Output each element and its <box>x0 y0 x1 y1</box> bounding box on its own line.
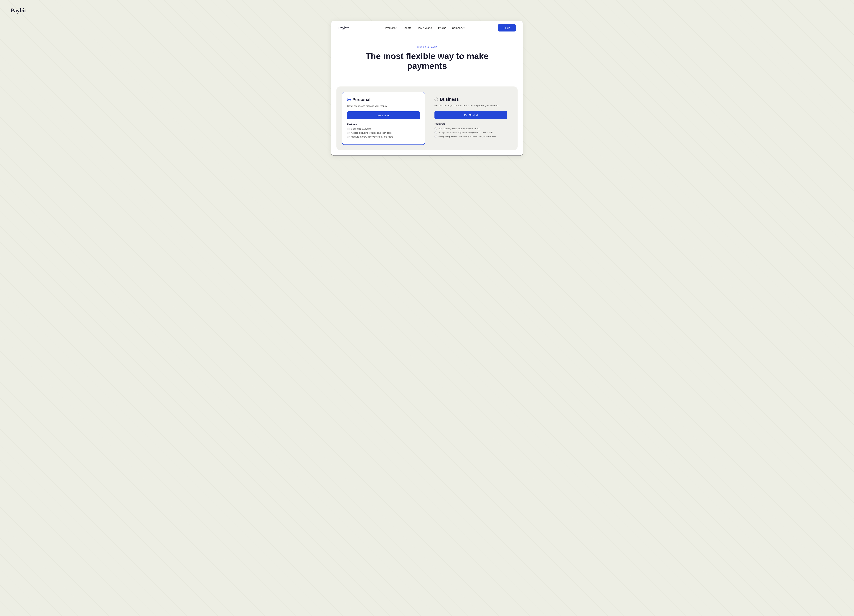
feature-dot-icon <box>435 127 437 130</box>
login-button[interactable]: Login <box>498 24 516 32</box>
business-card-description: Get paid online, in store, or on the go.… <box>435 104 507 107</box>
business-get-started-button[interactable]: Get Started <box>435 111 507 119</box>
personal-feature-2: Access exclusive rewards and cash back <box>347 132 420 134</box>
nav-benefit[interactable]: Benefit <box>403 26 411 29</box>
personal-card[interactable]: Personal Send, spend, and manage your mo… <box>342 92 425 145</box>
chevron-down-icon-company: ▾ <box>464 27 465 29</box>
chevron-down-icon: ▾ <box>396 27 397 29</box>
business-card[interactable]: Business Get paid online, in store, or o… <box>430 92 512 145</box>
personal-radio-icon[interactable] <box>347 98 351 101</box>
feature-dot-icon <box>435 135 437 138</box>
business-card-header: Business <box>435 97 507 102</box>
nav-products[interactable]: Products ▾ <box>385 26 397 29</box>
business-feature-3-text: Easily integrate with the tools you use … <box>438 135 496 138</box>
business-feature-3: Easily integrate with the tools you use … <box>435 135 507 138</box>
hero-title: The most flexible way to make payments <box>365 51 489 71</box>
browser-window: Paybit Products ▾ Benefit How it Works P… <box>331 21 523 156</box>
business-radio-icon[interactable] <box>435 98 438 101</box>
nav-company[interactable]: Company ▾ <box>452 26 465 29</box>
hero-subtitle: Sign up to Paybit <box>338 46 516 49</box>
personal-features-label: Features: <box>347 123 420 126</box>
nav-how-it-works-label: How it Works <box>417 26 433 29</box>
personal-card-description: Send, spend, and manage your money. <box>347 104 420 108</box>
personal-feature-2-text: Access exclusive rewards and cash back <box>351 132 392 134</box>
navbar: Paybit Products ▾ Benefit How it Works P… <box>331 21 523 35</box>
business-feature-2: Accept more forms of payment so you don'… <box>435 131 507 134</box>
nav-benefit-label: Benefit <box>403 26 411 29</box>
personal-get-started-button[interactable]: Get Started <box>347 111 420 119</box>
nav-company-label: Company <box>452 26 464 29</box>
business-card-title: Business <box>440 97 459 102</box>
feature-dot-icon <box>347 136 349 138</box>
cards-container: Personal Send, spend, and manage your mo… <box>336 87 518 150</box>
business-features-label: Features: <box>435 123 507 125</box>
nav-pricing[interactable]: Pricing <box>438 26 447 29</box>
nav-how-it-works[interactable]: How it Works <box>417 26 433 29</box>
feature-dot-icon <box>347 132 349 134</box>
nav-links: Products ▾ Benefit How it Works Pricing … <box>356 26 494 29</box>
outer-logo: Paybit <box>11 7 26 14</box>
business-feature-2-text: Accept more forms of payment so you don'… <box>438 131 493 134</box>
nav-logo[interactable]: Paybit <box>338 26 349 30</box>
hero-section: Sign up to Paybit The most flexible way … <box>331 35 523 87</box>
business-feature-1-text: Sell securely with a brand customers tru… <box>438 127 479 130</box>
personal-card-header: Personal <box>347 97 420 102</box>
nav-products-label: Products <box>385 26 395 29</box>
personal-card-title: Personal <box>352 97 371 102</box>
nav-pricing-label: Pricing <box>438 26 447 29</box>
feature-dot-icon <box>435 131 437 134</box>
feature-dot-icon <box>347 128 349 130</box>
personal-feature-1-text: Shop online anytime <box>351 128 371 130</box>
personal-feature-3: Manage money, discover crypto, and more <box>347 136 420 138</box>
business-feature-1: Sell securely with a brand customers tru… <box>435 127 507 130</box>
personal-feature-1: Shop online anytime <box>347 128 420 130</box>
personal-feature-3-text: Manage money, discover crypto, and more <box>351 136 393 138</box>
